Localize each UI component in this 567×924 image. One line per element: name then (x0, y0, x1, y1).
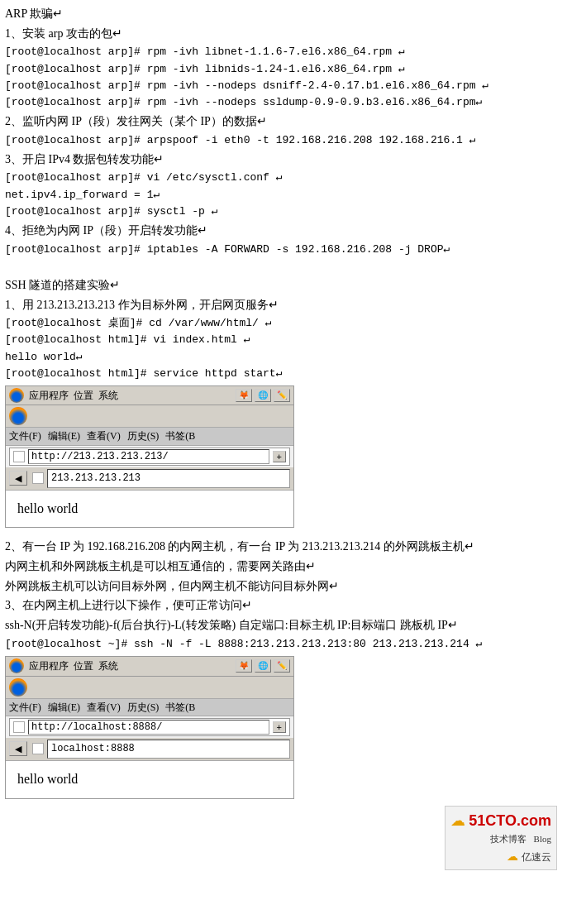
ssh-step1-title: 1、用 213.213.213.213 作为目标外网，开启网页服务↵ (5, 296, 562, 314)
browser2-history[interactable]: 历史(S) (127, 700, 160, 716)
browser1-menu-pos[interactable]: 位置 (74, 388, 93, 404)
browser-mockup-1: 应用程序 位置 系统 🦊 🌐 ✏️ 文件(F) 编辑(E) 查看(V) 历史(S… (5, 385, 294, 529)
browser1-icon-globe[interactable]: 🌐 (255, 389, 271, 402)
ssh-title: SSH 隧道的搭建实验↵ (5, 276, 562, 294)
ssh-hello: hello world↵ (5, 349, 562, 366)
ssh-cmd3: [root@localhost html]# service httpd sta… (5, 366, 562, 382)
ssh-cmd2: [root@localhost html]# vi index.html ↵ (5, 332, 562, 348)
browser2-back-button[interactable]: ◀ (9, 741, 27, 756)
browser2-page-icon (13, 721, 25, 733)
browser2-view[interactable]: 查看(V) (87, 700, 121, 716)
arp-cmd9: [root@localhost arp]# iptables -A FORWAR… (5, 242, 562, 258)
arp-cmd8: [root@localhost arp]# sysctl -p ↵ (5, 203, 562, 220)
ssh-cmd1: [root@localhost 桌面]# cd /var/www/html/ ↵ (5, 315, 562, 332)
browser2-icon-edit[interactable]: ✏️ (274, 659, 290, 673)
arp-cmd5: [root@localhost arp]# arpspoof -i eth0 -… (5, 132, 562, 149)
browser1-menu-bar: 文件(F) 编辑(E) 查看(V) 历史(S) 书签(B (6, 428, 293, 446)
browser1-ff-logo (9, 407, 27, 425)
arp-step4-title: 4、拒绝为内网 IP（段）开启转发功能↵ (5, 222, 562, 240)
browser1-icon-edit[interactable]: ✏️ (274, 389, 290, 402)
arp-cmd6: [root@localhost arp]# vi /etc/sysctl.con… (5, 170, 562, 186)
browser2-menu-sys[interactable]: 系统 (98, 658, 118, 674)
watermark-yisunyun: 亿速云 (522, 850, 551, 865)
ssh-step2-detail2: 外网跳板主机可以访问目标外网，但内网主机不能访问目标外网↵ (5, 577, 562, 596)
main-content: ARP 欺骗↵ 1、安装 arp 攻击的包↵ [root@localhost a… (0, 0, 567, 877)
browser1-menu-app[interactable]: 应用程序 (29, 388, 69, 404)
browser1-add-tab-button[interactable]: + (273, 451, 286, 462)
browser2-address-bar: + (9, 718, 290, 736)
browser1-page-icon2 (32, 472, 44, 484)
firefox-icon-1 (9, 388, 24, 403)
watermark-site: 51CTO.com (469, 810, 551, 833)
browser2-file[interactable]: 文件(F) (9, 700, 41, 716)
firefox-icon-2 (9, 658, 24, 673)
arp-cmd4: [root@localhost arp]# rpm -ivh --nodeps … (5, 94, 562, 111)
browser1-back-button[interactable]: ◀ (9, 471, 27, 486)
browser1-location-display[interactable]: 213.213.213.213 (47, 469, 290, 488)
browser1-topbar: 应用程序 位置 系统 🦊 🌐 ✏️ (6, 386, 293, 406)
spacer1 (5, 531, 562, 536)
arp-step1-title: 1、安装 arp 攻击的包↵ (5, 25, 562, 43)
arp-step2-title: 2、监听内网 IP（段）发往网关（某个 IP）的数据↵ (5, 113, 562, 131)
ssh-step3-title: 3、在内网主机上进行以下操作，便可正常访问↵ (5, 596, 562, 615)
arp-cmd1: [root@localhost arp]# rpm -ivh libnet-1.… (5, 44, 562, 60)
watermark-cloud-icon: ☁ (450, 810, 465, 833)
browser2-nav-row: ◀ localhost:8888 (6, 738, 293, 761)
arp-step3-title: 3、开启 IPv4 数据包转发功能↵ (5, 151, 562, 169)
ssh-cmd4: [root@localhost ~]# ssh -N -f -L 8888:21… (5, 636, 562, 653)
browser1-page-icon (13, 451, 25, 462)
arp-cmd2: [root@localhost arp]# rpm -ivh libnids-1… (5, 61, 562, 78)
browser1-hello-world: hello world (17, 499, 282, 519)
browser2-icon-ff[interactable]: 🦊 (236, 659, 252, 673)
browser2-content: hello world (6, 761, 293, 798)
ssh-step3-note: ssh-N(开启转发功能)-f(后台执行)-L(转发策略) 自定端口:目标主机 … (5, 616, 562, 634)
browser1-menu-sys[interactable]: 系统 (98, 388, 118, 404)
browser1-bookmarks[interactable]: 书签(B (165, 428, 195, 444)
browser2-address-input[interactable] (28, 720, 269, 735)
browser2-add-tab-button[interactable]: + (273, 721, 286, 733)
arp-cmd7: net.ipv4.ip_forward = 1↵ (5, 187, 562, 203)
watermark-tagline: 技术博客 Blog (450, 832, 551, 846)
browser1-address-input[interactable] (28, 449, 269, 464)
browser2-ff-logo (9, 678, 27, 697)
arp-cmd3: [root@localhost arp]# rpm -ivh --nodeps … (5, 78, 562, 94)
browser2-edit[interactable]: 编辑(E) (48, 700, 80, 716)
browser1-content: hello world (6, 491, 293, 528)
browser1-edit[interactable]: 编辑(E) (48, 428, 80, 444)
browser2-location-display[interactable]: localhost:8888 (47, 740, 290, 759)
browser1-file[interactable]: 文件(F) (9, 428, 41, 444)
arp-title: ARP 欺骗↵ (5, 5, 562, 23)
arp-blank (5, 258, 562, 275)
browser1-address-bar: + (9, 448, 290, 466)
ssh-step2-detail1: 内网主机和外网跳板主机是可以相互通信的，需要网关路由↵ (5, 558, 562, 576)
ssh-step2-title: 2、有一台 IP 为 192.168.216.208 的内网主机，有一台 IP … (5, 538, 562, 556)
watermark-area: ☁ 51CTO.com 技术博客 Blog ☁ 亿速云 (5, 802, 562, 874)
browser1-history[interactable]: 历史(S) (127, 428, 160, 444)
browser2-menu-bar: 文件(F) 编辑(E) 查看(V) 历史(S) 书签(B (6, 699, 293, 717)
browser1-nav-row: ◀ 213.213.213.213 (6, 467, 293, 491)
browser2-menu-app[interactable]: 应用程序 (29, 658, 69, 674)
yisunyun-icon: ☁ (507, 848, 518, 866)
watermark-logo-bottom: ☁ 亿速云 (450, 848, 551, 866)
browser2-icon-globe[interactable]: 🌐 (255, 659, 271, 673)
watermark-box: ☁ 51CTO.com 技术博客 Blog ☁ 亿速云 (445, 806, 557, 871)
browser2-menu-pos[interactable]: 位置 (74, 658, 93, 674)
browser2-topbar: 应用程序 位置 系统 🦊 🌐 ✏️ (6, 657, 293, 677)
browser2-page-icon2 (32, 743, 44, 754)
browser-mockup-2: 应用程序 位置 系统 🦊 🌐 ✏️ 文件(F) 编辑(E) 查看(V) 历史(S… (5, 656, 294, 799)
browser1-view[interactable]: 查看(V) (87, 428, 121, 444)
browser1-icon-ff[interactable]: 🦊 (236, 389, 252, 402)
browser2-hello-world: hello world (17, 769, 282, 790)
browser2-bookmarks[interactable]: 书签(B (165, 700, 195, 716)
